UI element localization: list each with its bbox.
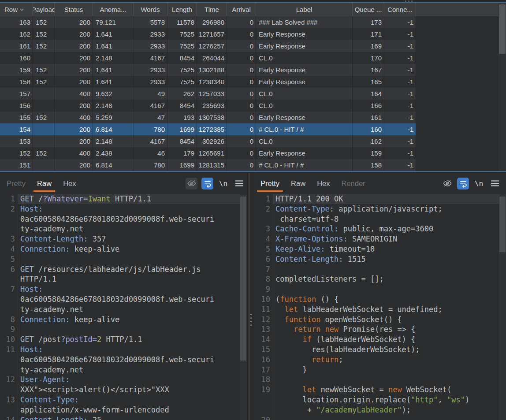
response-tab-raw[interactable]: Raw [286, 173, 310, 194]
line-number: 19 [254, 385, 273, 395]
column-header-row[interactable]: Row [0, 3, 33, 16]
code-line: 1GET /?Whatever=Iwant HTTP/1.1 [0, 194, 240, 204]
word-wrap-icon[interactable] [457, 178, 469, 190]
line-number: 5 [0, 254, 18, 264]
cell-status: 200 [55, 123, 93, 135]
menu-icon[interactable] [233, 178, 245, 190]
column-header-queue[interactable]: Queue ... [353, 3, 384, 16]
cell-payload: 152 [33, 76, 55, 88]
cell-filler [416, 135, 506, 147]
cell-arrival: 0 [227, 16, 256, 28]
line-number: 4 [254, 234, 273, 244]
cell-row: 153 [0, 135, 33, 147]
column-header-status[interactable]: Status [55, 3, 93, 16]
cell-row: 161 [0, 40, 33, 52]
cell-row: 151 [0, 159, 33, 171]
cell-label: ### Lab Solved ### [256, 16, 353, 28]
code-text [273, 375, 499, 385]
column-header-anomaly[interactable]: Anoma... [93, 3, 134, 16]
line-number [254, 395, 273, 405]
code-text: Content-Type: application/javascript; [273, 204, 499, 214]
table-row-162[interactable]: 1621522001.6412933752512716570Early Resp… [0, 28, 506, 40]
code-text: GET /?Whatever=Iwant HTTP/1.1 [18, 194, 240, 204]
column-header-length[interactable]: Length [167, 3, 197, 16]
cell-length: 8454 [167, 52, 197, 64]
cell-words: 2933 [134, 64, 167, 76]
column-header-payload[interactable]: Payload [33, 3, 55, 16]
line-number: 12 [0, 375, 18, 385]
column-header-connection[interactable]: Conne... [384, 3, 416, 16]
cell-payload [33, 135, 55, 147]
newline-toggle-icon[interactable]: \n [473, 178, 485, 190]
table-scrollbar[interactable] [499, 4, 506, 171]
hide-irrelevant-eye-slash-icon[interactable] [441, 178, 453, 190]
response-scrollbar-thumb[interactable] [499, 197, 506, 252]
cell-filler [416, 100, 506, 112]
table-row-155[interactable]: 1551524005.2594719313075380Early Respons… [0, 112, 506, 123]
code-text: completedListeners = []; [273, 274, 499, 284]
hide-irrelevant-eye-slash-icon[interactable] [186, 178, 197, 190]
cell-length: 8454 [167, 135, 197, 147]
word-wrap-icon[interactable] [201, 178, 213, 190]
code-line: 2Content-Type: application/javascript; [254, 204, 499, 214]
table-row-154[interactable]: 1542006.814780169912723850# CL.0 - HIT /… [0, 123, 506, 135]
response-editor-content[interactable]: 1HTTP/1.1 200 OK2Content-Type: applicati… [254, 194, 499, 420]
response-tab-pretty[interactable]: Pretty [256, 173, 284, 194]
cell-arrival: 0 [227, 100, 256, 112]
cell-arrival: 0 [227, 159, 256, 171]
request-scrollbar-thumb[interactable] [240, 197, 246, 361]
code-line: 10GET /post?postId=2 HTTP/1.1 [0, 335, 240, 345]
cell-words: 47 [134, 112, 167, 123]
table-row-160[interactable]: 1602002.148416784542640440CL.0170-1 [0, 52, 506, 64]
response-tab-hex[interactable]: Hex [312, 173, 335, 194]
cell-anomaly: 2.148 [93, 135, 134, 147]
code-line: 14 if (labHeaderWebSocket) { [254, 335, 499, 345]
code-text: (function () { [273, 294, 499, 305]
newline-toggle-icon[interactable]: \n [217, 178, 229, 190]
column-header-arrival[interactable]: Arrival [227, 3, 256, 16]
code-line: 7Host: [0, 284, 240, 294]
table-row-152[interactable]: 1521524002.4384617912656910Early Respons… [0, 147, 506, 159]
code-line: 0ac6005804286e678018032d0099008f.web-sec… [0, 214, 240, 224]
table-row-158[interactable]: 1581522001.6412933752512303400Early Resp… [0, 76, 506, 88]
line-number [0, 365, 18, 375]
line-number [0, 274, 18, 284]
request-tab-pretty[interactable]: Pretty [2, 173, 30, 194]
cell-row: 154 [0, 123, 33, 135]
request-editor-content[interactable]: 1GET /?Whatever=Iwant HTTP/1.12Host:0ac6… [0, 194, 240, 420]
request-tab-hex[interactable]: Hex [58, 173, 81, 194]
table-row-153[interactable]: 1532002.148416784543029260CL.0162-1 [0, 135, 506, 147]
cell-label: Early Response [256, 64, 353, 76]
code-text: Keep-Alive: timeout=10 [273, 244, 499, 254]
cell-anomaly: 1.641 [93, 64, 134, 76]
editors-splitter[interactable] [247, 173, 254, 420]
cell-length: 7525 [167, 40, 197, 52]
request-panel: PrettyRawHex [0, 173, 247, 420]
cell-queue: 165 [353, 76, 384, 88]
code-text: User-Agent: [18, 375, 240, 385]
request-scrollbar[interactable] [240, 194, 247, 420]
code-text: let newWebSocket = new WebSocket( [273, 385, 499, 395]
table-scrollbar-thumb[interactable] [499, 4, 506, 54]
table-row-156[interactable]: 1562002.148416784542356930CL.0166-1 [0, 100, 506, 112]
table-row-163[interactable]: 16315220079.1215578115782969800### Lab S… [0, 16, 506, 28]
splitter-grip-icon[interactable] [250, 314, 252, 326]
column-header-label[interactable]: Label [256, 3, 353, 16]
cell-anomaly: 1.641 [93, 28, 134, 40]
cell-status: 400 [55, 88, 93, 100]
cell-connection: -1 [384, 135, 416, 147]
cell-filler [416, 88, 506, 100]
column-header-time[interactable]: Time [197, 3, 227, 16]
cell-label: Early Response [256, 28, 353, 40]
cell-words: 46 [134, 147, 167, 159]
table-row-159[interactable]: 1591522001.6412933752513021880Early Resp… [0, 64, 506, 76]
menu-icon[interactable] [489, 178, 501, 190]
response-tab-render[interactable]: Render [336, 173, 370, 194]
column-header-words[interactable]: Words [134, 3, 167, 16]
line-number: 20 [254, 415, 273, 420]
request-tab-raw[interactable]: Raw [32, 173, 56, 194]
table-row-157[interactable]: 1574009.6324926212570330CL.0164-1 [0, 88, 506, 100]
response-scrollbar[interactable] [499, 194, 506, 420]
table-row-151[interactable]: 1512006.814780169912813150# CL.0 - HIT /… [0, 159, 506, 171]
table-row-161[interactable]: 1611522001.6412933752512762570Early Resp… [0, 40, 506, 52]
